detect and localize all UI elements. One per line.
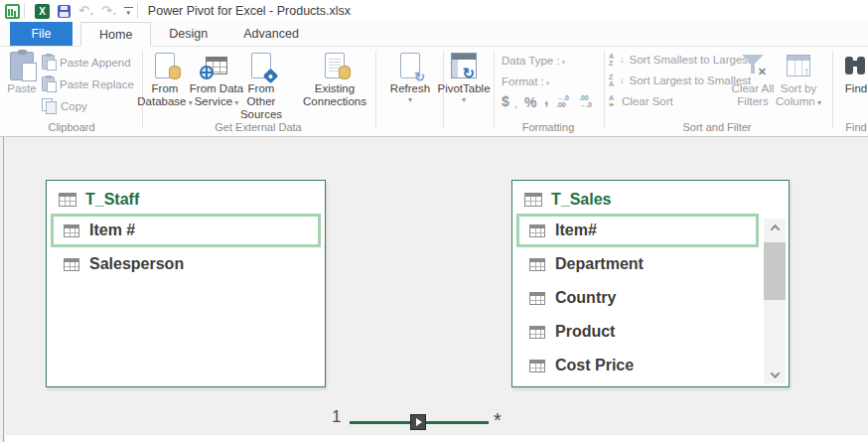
clear-all-filters-label: Clear All Filters [727, 82, 779, 108]
scrollbar-thumb[interactable] [764, 242, 786, 300]
decrease-decimal-arrow-icon: → [579, 101, 586, 108]
copy-icon [42, 98, 56, 113]
existing-connections-label: Existing Connections [296, 82, 373, 108]
find-button[interactable]: Find [836, 49, 868, 95]
group-separator [604, 51, 605, 128]
paste-append-label: Paste Append [60, 57, 131, 69]
paste-button[interactable]: Paste [4, 49, 40, 95]
canvas-bottom-strip [5, 435, 868, 442]
table-card-t-staff[interactable]: T_Staff Item # Salesperson [46, 180, 326, 387]
column-icon [529, 258, 545, 271]
sort-az-icon [609, 53, 617, 67]
chevron-down-icon [770, 368, 780, 378]
titlebar: Power Pivot for Excel - Products.xlsx [0, 0, 868, 22]
existing-connections-button[interactable]: Existing Connections [296, 49, 373, 108]
paste-label: Paste [4, 82, 40, 95]
field-label: Item# [555, 221, 597, 239]
refresh-dropdown-icon[interactable] [381, 95, 439, 104]
existing-connections-icon [325, 53, 345, 78]
increase-decimal-arrow-icon: → [556, 94, 563, 101]
tab-design[interactable]: Design [151, 22, 225, 46]
field-label: Department [555, 255, 644, 273]
group-separator [832, 51, 833, 128]
field-row-item-number[interactable]: Item# [516, 214, 759, 247]
from-other-sources-button[interactable]: From Other Sources [232, 49, 290, 121]
relationship-many-cardinality: * [494, 409, 502, 432]
field-label: Item # [89, 221, 135, 239]
field-row-cost-price[interactable]: Cost Price [516, 349, 759, 382]
diagram-canvas[interactable]: T_Staff Item # Salesperson 1 * T_Sale [0, 137, 868, 442]
other-sources-icon [251, 53, 271, 78]
pivottable-label: PivotTable [433, 82, 495, 95]
t-staff-header[interactable]: T_Staff [47, 181, 325, 214]
pivottable-button[interactable]: PivotTable [433, 49, 495, 104]
relationship-one-cardinality: 1 [332, 407, 341, 427]
table-card-t-sales[interactable]: T_Sales Item# Department Country Produc [511, 180, 790, 387]
clear-sort-label: Clear Sort [622, 95, 673, 107]
undo-icon[interactable] [78, 4, 89, 18]
tab-home[interactable]: Home [80, 22, 151, 47]
titlebar-separator [24, 3, 25, 19]
redo-dropdown-icon[interactable] [113, 10, 116, 17]
ribbon: Paste Paste Append Paste Replace Copy Cl… [0, 47, 868, 137]
refresh-button[interactable]: Refresh [381, 49, 439, 104]
paste-append-button[interactable]: Paste Append [42, 55, 131, 70]
pivottable-dropdown-icon[interactable] [433, 95, 495, 104]
increase-decimals-button[interactable]: →.0 .00 [556, 94, 569, 108]
powerpivot-app-icon [5, 4, 20, 19]
data-type-dropdown[interactable]: Data Type : [502, 55, 565, 67]
pivottable-icon [451, 53, 477, 78]
find-label: Find [836, 82, 868, 95]
t-sales-scrollbar[interactable] [764, 219, 786, 383]
percent-format-button[interactable]: % [524, 94, 536, 110]
down-arrow-icon [620, 75, 625, 85]
excel-icon[interactable] [35, 4, 50, 19]
column-icon [529, 224, 545, 237]
paste-replace-button[interactable]: Paste Replace [42, 76, 134, 91]
table-icon [524, 193, 542, 207]
t-sales-header[interactable]: T_Sales [512, 181, 789, 214]
t-staff-title: T_Staff [85, 191, 139, 209]
field-row-product[interactable]: Product [516, 315, 759, 349]
scroll-up-button[interactable] [764, 219, 786, 236]
clipboard-group-label: Clipboard [48, 121, 94, 133]
formatting-group-label: Formatting [522, 121, 575, 133]
field-row-item-number[interactable]: Item # [51, 214, 321, 247]
column-icon [529, 360, 545, 372]
column-icon [529, 326, 545, 339]
tab-file[interactable]: File [10, 22, 72, 46]
currency-format-button[interactable]: $ [502, 93, 509, 109]
currency-dropdown-icon[interactable] [514, 103, 517, 110]
tab-advanced[interactable]: Advanced [225, 22, 317, 46]
copy-button[interactable]: Copy [42, 98, 87, 113]
data-service-icon [206, 57, 227, 74]
database-icon [155, 53, 175, 78]
from-other-sources-label: From Other Sources [232, 82, 290, 121]
field-label: Country [555, 289, 616, 307]
t-sales-fields: Item# Department Country Product Cost Pr… [512, 214, 789, 382]
sort-by-column-button[interactable]: Sort by Column [775, 49, 822, 109]
sort-za-icon [609, 74, 617, 87]
redo-icon[interactable] [101, 4, 112, 18]
get-external-data-group-label: Get External Data [215, 121, 301, 133]
window-title: Power Pivot for Excel - Products.xlsx [148, 4, 351, 18]
field-row-salesperson[interactable]: Salesperson [51, 247, 321, 281]
clear-sort-button[interactable]: Clear Sort [609, 94, 673, 108]
table-icon [59, 193, 76, 207]
column-icon [64, 258, 79, 271]
from-database-button[interactable]: From Database [137, 49, 193, 109]
thousands-separator-button[interactable]: , [544, 90, 548, 108]
scroll-down-button[interactable] [764, 366, 786, 383]
field-row-country[interactable]: Country [516, 281, 759, 315]
field-row-department[interactable]: Department [516, 247, 759, 281]
qat-customize-icon[interactable] [124, 7, 133, 16]
relationship-direction-icon[interactable] [410, 414, 426, 430]
undo-dropdown-icon[interactable] [90, 10, 93, 17]
format-dropdown[interactable]: Format : [502, 75, 549, 87]
group-separator [494, 51, 495, 128]
decrease-decimals-button[interactable]: .00 →.0 [579, 94, 592, 108]
from-database-label: From Database [137, 82, 193, 109]
clear-all-filters-button[interactable]: Clear All Filters [727, 49, 779, 108]
t-sales-title: T_Sales [551, 191, 611, 209]
save-icon[interactable] [58, 5, 71, 18]
